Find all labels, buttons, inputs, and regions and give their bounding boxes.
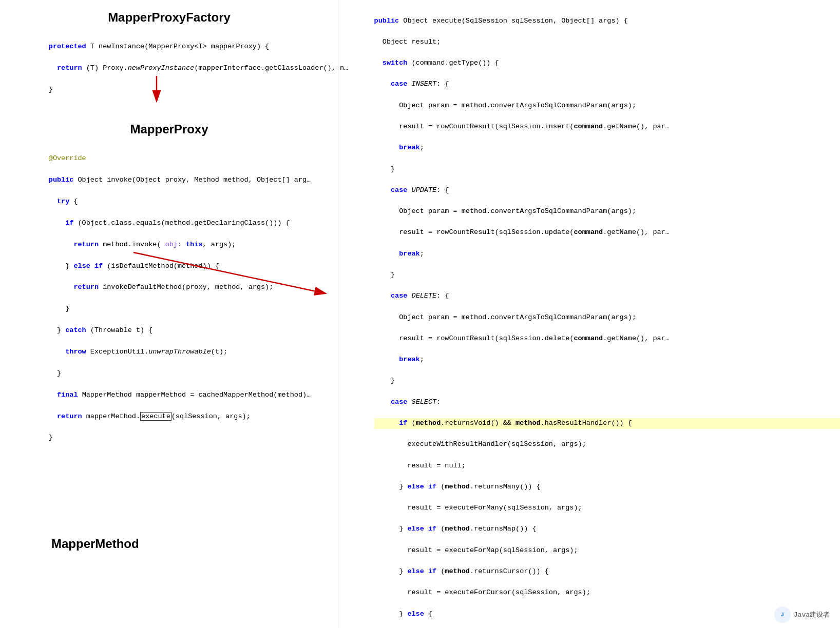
catch-kw: catch [65, 326, 86, 334]
proxy-code: @Override public Object invoke(Object pr… [15, 143, 323, 454]
final-kw: final [57, 391, 78, 399]
main-container: MapperProxyFactory protected T newInstan… [0, 0, 840, 628]
watermark-text: Java建设者 [794, 610, 830, 619]
factory-section: MapperProxyFactory protected T newInstan… [15, 10, 323, 106]
right-panel: public Object execute(SqlSession sqlSess… [339, 0, 840, 628]
override-annotation: @Override [49, 154, 86, 162]
if-kw-1: if [65, 219, 73, 227]
proxy-title: MapperProxy [15, 122, 323, 136]
watermark: J Java建设者 [774, 606, 830, 623]
return-kw-1: return [57, 64, 82, 72]
factory-title: MapperProxyFactory [15, 10, 323, 25]
protected-kw: protected [49, 43, 86, 50]
return-kw-2: return [73, 241, 99, 248]
proxy-section: MapperProxy @Override public Object invo… [15, 122, 323, 454]
watermark-icon: J [774, 606, 791, 623]
factory-code: protected T newInstance(MapperProxy<T> m… [15, 31, 323, 106]
throw-kw-1: throw [65, 348, 86, 356]
right-code: public Object execute(SqlSession sqlSess… [349, 5, 830, 628]
left-panel: MapperProxyFactory protected T newInstan… [0, 0, 339, 628]
public-kw: public [49, 176, 74, 184]
mapper-method-label: MapperMethod [51, 532, 139, 551]
try-kw: try [57, 198, 69, 205]
return-kw-3: return [73, 283, 99, 291]
elseif-kw-1: else if [73, 262, 103, 270]
return-kw-4: return [57, 413, 82, 420]
